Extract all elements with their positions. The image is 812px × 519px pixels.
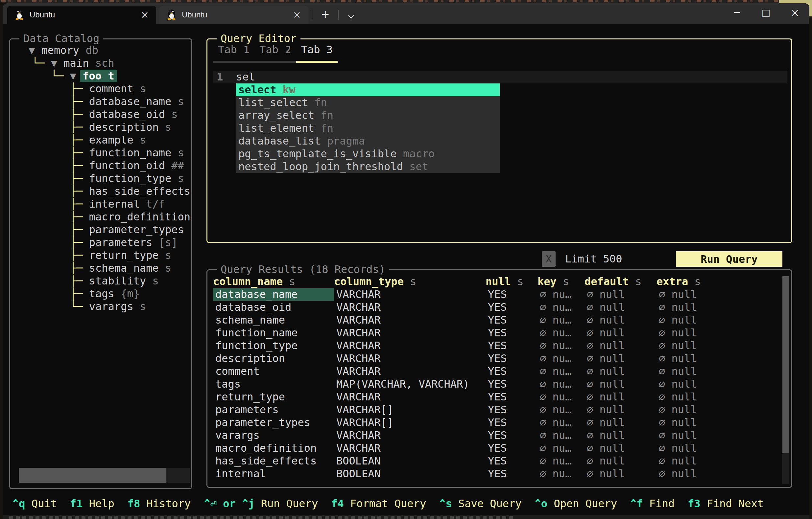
cell[interactable]: ∅ nu… [538, 288, 584, 301]
footer-quit[interactable]: ^q Quit [12, 497, 57, 510]
footer-run-query[interactable]: ^⏎ or ^j Run Query [204, 497, 318, 510]
tree-item-description[interactable]: ├─ description s [10, 121, 191, 134]
close-button[interactable]: × [780, 3, 809, 22]
autocomplete-item-array_select[interactable]: array_select fn [236, 109, 500, 122]
tree-item-example[interactable]: ├─ example s [10, 134, 191, 147]
cell[interactable]: ∅ nu… [538, 467, 584, 480]
cell[interactable]: BOOLEAN [334, 455, 486, 467]
cell[interactable]: ∅ null [584, 352, 657, 365]
tree-item-has_side_effects[interactable]: ├─ has_side_effects [10, 185, 191, 198]
tree-item-comment[interactable]: ├─ comment s [10, 83, 191, 95]
footer-format-query[interactable]: f4 Format Query [331, 497, 426, 510]
tab-close-icon[interactable]: × [291, 10, 303, 20]
cell[interactable]: ∅ null [657, 339, 779, 352]
footer-open-query[interactable]: ^o Open Query [535, 497, 617, 510]
cell[interactable]: ∅ null [584, 467, 657, 480]
tree-item-function_type[interactable]: ├─ function_type s [10, 172, 191, 185]
tree-item-schema_name[interactable]: ├─ schema_name s [10, 262, 191, 275]
tree-item-varargs[interactable]: └─ varargs s [10, 300, 191, 313]
column-header-extra[interactable]: extra s [657, 275, 779, 288]
terminal-tab-1[interactable]: Ubuntu × [7, 6, 156, 24]
cell[interactable]: ∅ null [584, 391, 657, 403]
cell[interactable]: VARCHAR [334, 327, 486, 339]
run-query-button[interactable]: Run Query [676, 251, 782, 267]
autocomplete-item-list_select[interactable]: list_select fn [236, 96, 500, 109]
cell[interactable]: BOOLEAN [334, 467, 486, 480]
cell[interactable]: ∅ null [657, 314, 779, 327]
cell[interactable]: return_type [213, 391, 334, 403]
cell[interactable]: ∅ null [657, 442, 779, 455]
cell[interactable]: VARCHAR [334, 442, 486, 455]
autocomplete-item-database_list[interactable]: database_list pragma [236, 135, 500, 148]
cell[interactable]: schema_name [213, 314, 334, 327]
autocomplete-item-nested_loop_join_threshold[interactable]: nested_loop_join_threshold set [236, 160, 500, 173]
cell[interactable]: ∅ nu… [538, 314, 584, 327]
cell[interactable]: YES [486, 391, 538, 403]
scrollbar-thumb[interactable] [19, 468, 166, 483]
cell[interactable]: ∅ null [657, 288, 779, 301]
cell[interactable]: ∅ null [584, 378, 657, 391]
cell[interactable]: parameter_types [213, 416, 334, 429]
cell[interactable]: ∅ nu… [538, 429, 584, 442]
cell[interactable]: YES [486, 339, 538, 352]
cell[interactable]: YES [486, 429, 538, 442]
cell[interactable]: YES [486, 352, 538, 365]
cell[interactable]: ∅ null [657, 467, 779, 480]
tree-item-database_name[interactable]: ├─ database_name s [10, 95, 191, 108]
cell[interactable]: tags [213, 378, 334, 391]
cell[interactable]: ∅ null [584, 314, 657, 327]
cell[interactable]: ∅ null [584, 301, 657, 314]
tree-item-tags[interactable]: ├─ tags {m} [10, 287, 191, 300]
tree-item-internal[interactable]: ├─ internal t/f [10, 198, 191, 211]
autocomplete-item-list_element[interactable]: list_element fn [236, 122, 500, 135]
limit-checkbox[interactable]: X [542, 251, 556, 267]
cell[interactable]: ∅ null [657, 301, 779, 314]
cell[interactable]: YES [486, 314, 538, 327]
cell[interactable]: ∅ null [584, 442, 657, 455]
tree-item-memory[interactable]: ▼ memory db [10, 44, 191, 57]
cell[interactable]: ∅ null [584, 403, 657, 416]
cell[interactable]: ∅ null [657, 429, 779, 442]
cell[interactable]: macro_definition [213, 442, 334, 455]
column-header-column_name[interactable]: column_name s [213, 275, 334, 288]
results-vertical-scrollbar[interactable] [782, 276, 789, 484]
cell[interactable]: ∅ nu… [538, 327, 584, 339]
tree-item-macro_definition[interactable]: ├─ macro_definition [10, 211, 191, 223]
cell[interactable]: VARCHAR [334, 352, 486, 365]
tab-close-icon[interactable]: × [139, 10, 151, 20]
cell[interactable]: ∅ nu… [538, 442, 584, 455]
cell[interactable]: ∅ null [657, 327, 779, 339]
footer-find-next[interactable]: f3 Find Next [688, 497, 764, 510]
cell[interactable]: ∅ nu… [538, 391, 584, 403]
cell[interactable]: ∅ null [657, 365, 779, 378]
cell[interactable]: VARCHAR [334, 301, 486, 314]
autocomplete-item-pg_ts_template_is_visible[interactable]: pg_ts_template_is_visible macro [236, 148, 500, 160]
tree-item-return_type[interactable]: ├─ return_type s [10, 249, 191, 262]
cell[interactable]: ∅ null [584, 288, 657, 301]
cell[interactable]: YES [486, 403, 538, 416]
cell[interactable]: YES [486, 301, 538, 314]
cell[interactable]: VARCHAR[] [334, 416, 486, 429]
cell[interactable]: YES [486, 467, 538, 480]
cell[interactable]: YES [486, 288, 538, 301]
cell[interactable]: ∅ nu… [538, 455, 584, 467]
autocomplete-item-select[interactable]: select kw [236, 84, 500, 96]
column-header-null[interactable]: null s [486, 275, 538, 288]
cell[interactable]: ∅ null [584, 416, 657, 429]
cell[interactable]: comment [213, 365, 334, 378]
tab-dropdown-button[interactable] [342, 14, 360, 24]
cell[interactable]: VARCHAR [334, 365, 486, 378]
cell[interactable]: VARCHAR [334, 314, 486, 327]
column-header-default[interactable]: default s [584, 275, 657, 288]
cell[interactable]: ∅ null [657, 391, 779, 403]
tree-item-foo[interactable]: └─ ▼ foo t [10, 70, 191, 83]
tree-item-stability[interactable]: ├─ stability s [10, 275, 191, 287]
cell[interactable]: YES [486, 455, 538, 467]
cell[interactable]: YES [486, 442, 538, 455]
cell[interactable]: database_oid [213, 301, 334, 314]
editor-tab-3[interactable]: Tab 3 [296, 43, 338, 63]
cell[interactable]: ∅ null [584, 455, 657, 467]
cell[interactable]: parameters [213, 403, 334, 416]
cell[interactable]: ∅ null [657, 378, 779, 391]
maximize-button[interactable]: □ [752, 3, 780, 22]
